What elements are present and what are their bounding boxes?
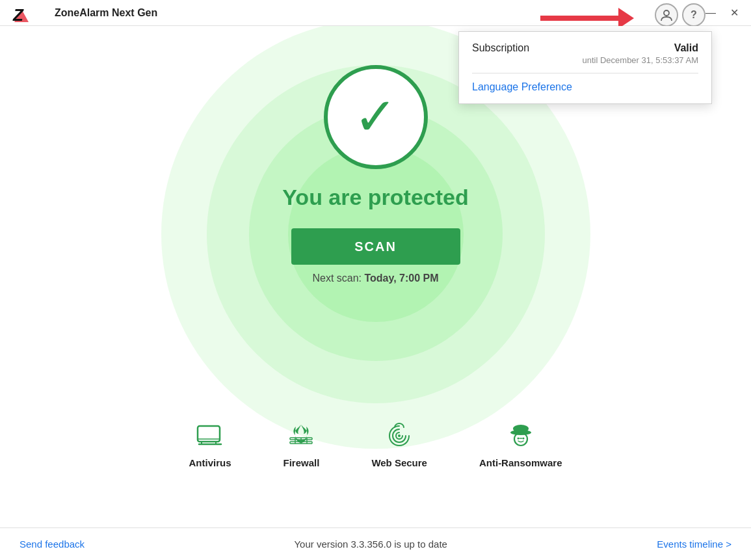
firewall-icon [285,420,317,452]
header-icons: ? [655,3,705,27]
next-scan-text: Next scan: Today, 7:00 PM [312,273,438,284]
subscription-label: Subscription [472,42,529,54]
arrow-body [540,16,618,21]
antivirus-icon [194,420,226,452]
nav-icons: Antivirus Firewall [0,420,751,468]
web-secure-nav[interactable]: Web Secure [371,420,427,468]
subscription-row: Subscription Valid [472,42,698,54]
help-icon: ? [691,9,697,21]
close-button[interactable]: ✕ [725,4,743,22]
next-scan-prefix: Next scan: [312,273,364,284]
svg-point-2 [664,10,669,16]
valid-label: Valid [674,42,698,54]
check-icon: ✓ [354,91,397,143]
next-scan-time: Today, 7:00 PM [364,273,438,284]
version-text: Your version 3.3.356.0 is up to date [294,539,447,550]
language-preference-link[interactable]: Language Preference [472,81,572,92]
footer: Send feedback Your version 3.3.356.0 is … [0,527,751,560]
scan-button[interactable]: SCAN [291,228,460,265]
title-bar: Z ZoneAlarm Next Gen — ✕ [0,0,751,26]
logo: Z ZoneAlarm Next Gen [8,1,157,25]
events-timeline-link[interactable]: Events timeline > [657,539,731,550]
title-bar-controls: — ✕ [702,4,743,22]
send-feedback-link[interactable]: Send feedback [20,539,85,550]
user-profile-button[interactable] [655,3,678,27]
until-text: until December 31, 5:53:37 AM [472,55,698,65]
anti-ransomware-icon [505,420,537,452]
protected-icon: ✓ [324,65,428,169]
help-button[interactable]: ? [682,3,705,27]
svg-rect-14 [513,425,529,433]
logo-icon: Z [8,1,35,25]
user-icon [659,8,674,22]
firewall-label: Firewall [283,457,320,468]
web-secure-icon [383,420,415,452]
subscription-dropdown: Subscription Valid until December 31, 5:… [458,31,712,104]
web-secure-label: Web Secure [371,457,427,468]
title-bar-left: Z ZoneAlarm Next Gen [8,1,157,25]
svg-text:Z: Z [12,5,24,25]
dropdown-divider [472,73,698,73]
svg-point-16 [517,438,519,440]
anti-ransomware-nav[interactable]: Anti-Ransomware [479,420,562,468]
protected-text: You are protected [282,185,469,210]
anti-ransomware-label: Anti-Ransomware [479,457,562,468]
svg-point-17 [522,438,524,440]
firewall-nav[interactable]: Firewall [283,420,320,468]
svg-point-12 [398,434,401,437]
app-title: ZoneAlarm Next Gen [55,7,157,19]
antivirus-nav[interactable]: Antivirus [189,420,231,468]
antivirus-label: Antivirus [189,457,231,468]
